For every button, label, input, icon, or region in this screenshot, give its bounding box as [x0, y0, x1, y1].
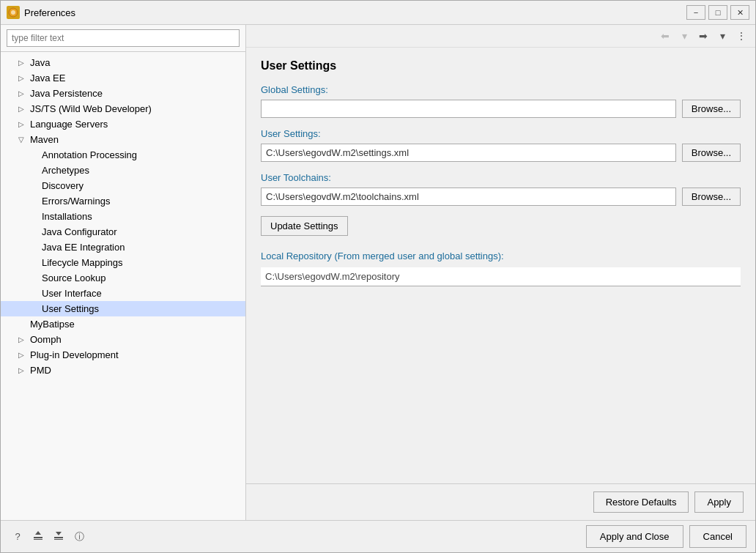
close-button[interactable]: ✕ [730, 5, 749, 20]
sidebar-item-label: Plug-in Development [30, 349, 119, 360]
sidebar-item-label: Java [30, 57, 50, 68]
expand-arrow-language-servers: ▷ [18, 120, 29, 128]
page-title: User Settings [261, 59, 741, 73]
apply-button[interactable]: Apply [694, 491, 744, 513]
import-icon [53, 530, 64, 543]
title-bar: Preferences − □ ✕ [1, 1, 755, 25]
sidebar-item-label: Annotation Processing [42, 149, 137, 160]
export-icon [32, 530, 44, 543]
main-footer: Restore Defaults Apply [246, 483, 755, 520]
window-title: Preferences [24, 7, 686, 18]
sidebar-item-label: Java EE [30, 73, 65, 83]
info-icon: ⓘ [75, 530, 84, 543]
sidebar-item-label: Language Servers [30, 119, 108, 130]
footer-icons: ? [10, 529, 580, 545]
sidebar-item-java-persistence[interactable]: ▷ Java Persistence [1, 86, 245, 101]
sidebar-item-label: Java EE Integration [42, 242, 125, 253]
sidebar-item-label: Lifecycle Mappings [42, 257, 123, 268]
sidebar-item-source-lookup[interactable]: Source Lookup [1, 270, 245, 286]
sidebar: ▷ Java ▷ Java EE ▷ Java Persistence ▷ JS… [1, 25, 246, 520]
app-icon [7, 6, 20, 19]
main-toolbar: ⬅ ▾ ➡ ▾ ⋮ [246, 25, 755, 48]
help-button[interactable]: ? [10, 529, 26, 545]
forward-dropdown-button[interactable]: ▾ [714, 28, 730, 44]
sidebar-item-pmd[interactable]: ▷ PMD [1, 363, 245, 378]
main-content: User Settings Global Settings: Browse...… [246, 48, 755, 483]
sidebar-item-language-servers[interactable]: ▷ Language Servers [1, 116, 245, 132]
sidebar-item-user-settings[interactable]: User Settings [1, 301, 245, 316]
user-settings-input[interactable] [261, 144, 676, 162]
global-settings-label: Global Settings: [261, 84, 741, 95]
minimize-button[interactable]: − [686, 5, 705, 20]
sidebar-item-label: Errors/Warnings [42, 196, 110, 207]
info-button[interactable]: ⓘ [71, 529, 87, 545]
expand-arrow-empty [18, 320, 29, 328]
forward-button[interactable]: ➡ [695, 28, 711, 44]
sidebar-item-jsts[interactable]: ▷ JS/TS (Wild Web Developer) [1, 101, 245, 116]
global-settings-browse-button[interactable]: Browse... [682, 100, 741, 118]
maximize-button[interactable]: □ [708, 5, 727, 20]
sidebar-item-oomph[interactable]: ▷ Oomph [1, 332, 245, 347]
sidebar-item-errors-warnings[interactable]: Errors/Warnings [1, 193, 245, 209]
tree: ▷ Java ▷ Java EE ▷ Java Persistence ▷ JS… [1, 52, 245, 520]
sidebar-item-mybatipse[interactable]: MyBatipse [1, 316, 245, 332]
expand-arrow-plugin-dev: ▷ [18, 351, 29, 359]
apply-close-button[interactable]: Apply and Close [586, 525, 683, 548]
forward-dropdown-icon: ▾ [720, 30, 725, 42]
user-settings-label: User Settings: [261, 128, 741, 139]
svg-rect-6 [54, 539, 63, 540]
cancel-button[interactable]: Cancel [689, 525, 746, 548]
sidebar-item-lifecycle-mappings[interactable]: Lifecycle Mappings [1, 255, 245, 270]
user-toolchains-input[interactable] [261, 188, 676, 206]
sidebar-item-plugin-development[interactable]: ▷ Plug-in Development [1, 347, 245, 363]
back-dropdown-button[interactable]: ▾ [676, 28, 692, 44]
expand-arrow-pmd: ▷ [18, 366, 29, 374]
window-controls: − □ ✕ [686, 5, 749, 20]
sidebar-item-java-ee[interactable]: ▷ Java EE [1, 70, 245, 86]
sidebar-item-label: Java Persistence [30, 88, 103, 99]
user-toolchains-browse-button[interactable]: Browse... [682, 188, 741, 206]
help-icon: ? [15, 531, 20, 542]
sidebar-item-archetypes[interactable]: Archetypes [1, 163, 245, 178]
menu-button[interactable]: ⋮ [733, 28, 749, 44]
sidebar-item-user-interface[interactable]: User Interface [1, 286, 245, 301]
sidebar-item-label: Java Configurator [42, 226, 117, 237]
expand-arrow-java: ▷ [18, 59, 29, 67]
sidebar-item-maven[interactable]: ▽ Maven [1, 132, 245, 147]
sidebar-item-installations[interactable]: Installations [1, 209, 245, 224]
export-button[interactable] [30, 529, 46, 545]
expand-arrow-java-ee: ▷ [18, 74, 29, 82]
global-settings-row: Browse... [261, 100, 741, 118]
global-settings-input[interactable] [261, 100, 676, 118]
svg-marker-7 [56, 532, 62, 535]
sidebar-item-annotation-processing[interactable]: Annotation Processing [1, 147, 245, 163]
filter-box [1, 25, 245, 52]
sidebar-item-java-ee-integration[interactable]: Java EE Integration [1, 240, 245, 255]
back-dropdown-icon: ▾ [682, 30, 687, 42]
sidebar-item-label: User Interface [42, 288, 102, 299]
import-button[interactable] [51, 529, 67, 545]
user-settings-row: Browse... [261, 144, 741, 162]
sidebar-item-label: Discovery [42, 180, 84, 191]
menu-icon: ⋮ [736, 30, 746, 42]
back-icon: ⬅ [661, 30, 670, 42]
update-settings-button[interactable]: Update Settings [261, 216, 348, 236]
window-footer: ? [1, 520, 755, 552]
filter-input[interactable] [7, 29, 240, 47]
back-button[interactable]: ⬅ [657, 28, 673, 44]
restore-defaults-button[interactable]: Restore Defaults [593, 491, 689, 513]
user-toolchains-row: Browse... [261, 188, 741, 206]
preferences-window: Preferences − □ ✕ ▷ Java ▷ Java EE [0, 0, 756, 553]
expand-arrow-maven: ▽ [18, 136, 29, 144]
window-footer-actions: Apply and Close Cancel [586, 525, 746, 548]
user-settings-browse-button[interactable]: Browse... [682, 144, 741, 162]
sidebar-item-discovery[interactable]: Discovery [1, 178, 245, 193]
sidebar-item-java-configurator[interactable]: Java Configurator [1, 224, 245, 240]
sidebar-item-java[interactable]: ▷ Java [1, 55, 245, 70]
svg-rect-2 [34, 537, 42, 538]
sidebar-item-label: MyBatipse [30, 319, 75, 330]
svg-marker-4 [35, 531, 41, 535]
sidebar-item-label: JS/TS (Wild Web Developer) [30, 103, 152, 114]
sidebar-item-label: Source Lookup [42, 272, 105, 283]
local-repo-value: C:\Users\egovdW.m2\repository [261, 267, 741, 286]
